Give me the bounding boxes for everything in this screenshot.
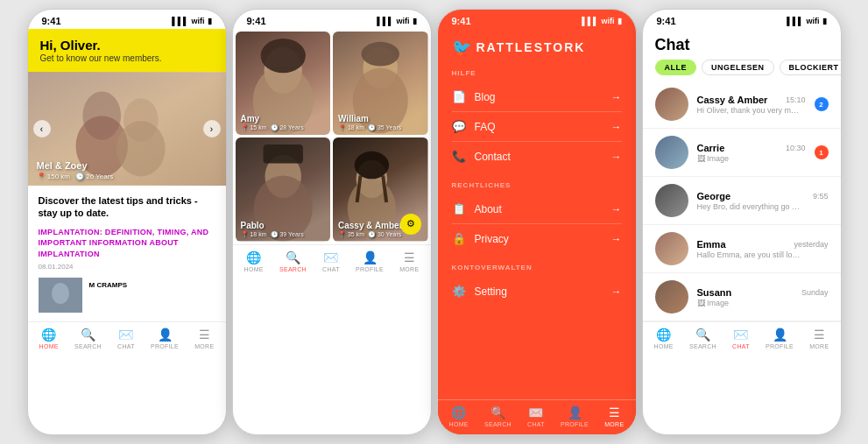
- filter-fab[interactable]: ⚙: [400, 214, 421, 235]
- nav-profile-4[interactable]: 👤 PROFILE: [766, 328, 794, 349]
- chat-filters: ALLE UNGELESEN BLOCKIERT: [655, 60, 829, 75]
- signal-icon-2: ▌▌▌: [377, 17, 393, 25]
- menu-blog[interactable]: 📄 Blog →: [452, 82, 622, 112]
- chat-item-george[interactable]: George 9:55 Hey Bro, did everything go w…: [643, 177, 841, 225]
- hero-image: ‹ › Mel & Zoey 📍 150 km 🕒 26 Years: [28, 72, 226, 186]
- greeting-text: Hi, Oliver.: [40, 38, 214, 53]
- nav-profile-label-4: PROFILE: [766, 343, 794, 349]
- bottom-nav-1: 🌐 HOME 🔍 SEARCH ✉️ CHAT 👤 PROFILE ☰ MORE: [28, 321, 226, 356]
- carrie-time: 10:30: [786, 144, 806, 152]
- chat-item-emma[interactable]: Emma yesterday Hallo Emma, are you still…: [643, 225, 841, 273]
- nav-more-4[interactable]: ☰ MORE: [809, 328, 829, 349]
- hero-overlay: Mel & Zoey 📍 150 km 🕒 26 Years: [37, 160, 114, 180]
- person-cassy[interactable]: Cassy & Amber 📍 35 km 🕒 30 Years ⚙: [333, 137, 428, 241]
- menu-faq[interactable]: 💬 FAQ →: [452, 112, 622, 142]
- nav-chat-2[interactable]: ✉️ CHAT: [322, 250, 340, 272]
- nav-profile-label-3: PROFILE: [561, 421, 589, 427]
- nav-home-label-4: HOME: [654, 343, 674, 349]
- search-icon-3: 🔍: [490, 405, 505, 419]
- pablo-meta: 📍 18 km 🕒 39 Years: [241, 231, 304, 238]
- konto-title: KONTOVERWALTEN: [452, 264, 622, 271]
- svg-point-22: [355, 152, 389, 180]
- hero-distance: 📍 150 km: [37, 173, 70, 180]
- george-preview: Hey Bro, did everything go well ...: [697, 202, 802, 211]
- george-chat-name: George: [697, 191, 731, 201]
- phone-more: 9:41 ▌▌▌ wifi ▮ 🐦 RATTLESTORK HILFE 📄 Bl…: [437, 9, 637, 435]
- blog-link[interactable]: IMPLANTATION: DEFINITION, TIMING, AND IM…: [39, 227, 215, 260]
- person-pablo[interactable]: Pablo 📍 18 km 🕒 39 Years: [236, 137, 331, 241]
- about-label: About: [475, 203, 502, 215]
- nav-profile-2[interactable]: 👤 PROFILE: [356, 250, 384, 272]
- amy-name: Amy: [241, 114, 304, 123]
- chat-item-susann[interactable]: Susann Sunday 🖼 Image: [643, 273, 841, 321]
- nav-home-2[interactable]: 🌐 HOME: [244, 250, 264, 272]
- nav-chat-1[interactable]: ✉️ CHAT: [117, 328, 135, 349]
- person-amy[interactable]: Amy 📍 15 km 🕒 28 Years: [236, 32, 331, 135]
- nav-home-4[interactable]: 🌐 HOME: [654, 328, 674, 349]
- nav-chat-3[interactable]: ✉️ CHAT: [527, 405, 545, 427]
- chat-info-carrie: Carrie 10:30 🖼 Image: [697, 143, 806, 163]
- wifi-icon-2: wifi: [397, 17, 410, 25]
- nav-search-label-3: SEARCH: [484, 421, 512, 427]
- avatar-george: [655, 184, 688, 217]
- menu-privacy[interactable]: 🔒 Privacy →: [452, 224, 622, 253]
- filter-alle[interactable]: ALLE: [655, 60, 697, 75]
- avatar-cassy: [655, 88, 688, 121]
- menu-section-recht: RECHTLICHES 📋 About → 🔒 Privacy →: [452, 181, 622, 253]
- nav-home-3[interactable]: 🌐 HOME: [449, 405, 469, 427]
- chat-item-carrie[interactable]: Carrie 10:30 🖼 Image 1: [643, 129, 841, 177]
- nav-profile-label-2: PROFILE: [356, 266, 384, 272]
- profile-icon-3: 👤: [568, 405, 582, 419]
- profile-icon: 👤: [158, 328, 173, 342]
- william-meta: 📍 18 km 🕒 35 Years: [338, 124, 401, 131]
- cassy-time: 15:10: [786, 95, 806, 104]
- nav-search-3[interactable]: 🔍 SEARCH: [484, 405, 512, 427]
- nav-search-label-2: SEARCH: [279, 266, 307, 272]
- pablo-info: Pablo 📍 18 km 🕒 39 Years: [241, 221, 304, 238]
- emma-preview: Hallo Emma, are you still looking?: [697, 250, 802, 259]
- pablo-name: Pablo: [241, 221, 304, 230]
- wifi-icon-4: wifi: [807, 17, 820, 25]
- nav-profile-3[interactable]: 👤 PROFILE: [561, 405, 589, 427]
- filter-ungelesen[interactable]: UNGELESEN: [702, 60, 774, 75]
- chat-list: Cassy & Amber 15:10 Hi Oliver, thank you…: [643, 81, 841, 321]
- emma-chat-name: Emma: [697, 239, 726, 250]
- setting-arrow: →: [611, 285, 622, 298]
- menu-section-konto: KONTOVERWALTEN ⚙️ Setting →: [452, 264, 622, 306]
- menu-setting[interactable]: ⚙️ Setting →: [452, 277, 622, 306]
- william-info: William 📍 18 km 🕒 35 Years: [338, 114, 401, 131]
- nav-chat-4[interactable]: ✉️ CHAT: [732, 328, 750, 349]
- nav-search-label-4: SEARCH: [689, 343, 716, 349]
- menu-contact[interactable]: 📞 Contact →: [452, 142, 622, 171]
- home-content: Hi, Oliver. Get to know our new members.: [28, 29, 226, 321]
- nav-more-3[interactable]: ☰ MORE: [604, 405, 624, 427]
- cramps-tag: M CRAMPS: [89, 281, 128, 289]
- susann-name-row: Susann Sunday: [697, 287, 829, 298]
- nav-home-1[interactable]: 🌐 HOME: [39, 328, 59, 349]
- about-arrow: →: [611, 203, 622, 215]
- hero-prev-button[interactable]: ‹: [33, 120, 51, 137]
- menu-about[interactable]: 📋 About →: [452, 194, 622, 224]
- svg-point-6: [52, 283, 69, 304]
- nav-profile-1[interactable]: 👤 PROFILE: [151, 328, 179, 349]
- carrie-badge: 1: [815, 145, 829, 159]
- person-william[interactable]: William 📍 18 km 🕒 35 Years: [333, 32, 428, 135]
- blog-label: Blog: [475, 91, 496, 103]
- nav-search-4[interactable]: 🔍 SEARCH: [689, 328, 716, 349]
- nav-more-label: MORE: [194, 343, 214, 349]
- filter-blockiert[interactable]: BLOCKIERT: [780, 60, 842, 75]
- status-icons-1: ▌▌▌ wifi ▮: [172, 17, 211, 25]
- nav-search-2[interactable]: 🔍 SEARCH: [279, 250, 307, 272]
- nav-more-1[interactable]: ☰ MORE: [194, 328, 214, 349]
- blog-icon: 📄: [452, 90, 466, 103]
- time-4: 9:41: [657, 16, 676, 26]
- subtitle-text: Get to know our new members.: [40, 53, 214, 63]
- nav-search-1[interactable]: 🔍 SEARCH: [74, 328, 102, 349]
- chat-item-cassy[interactable]: Cassy & Amber 15:10 Hi Oliver, thank you…: [643, 81, 841, 129]
- home-icon-3: 🌐: [451, 405, 466, 419]
- nav-more-2[interactable]: ☰ MORE: [399, 250, 419, 272]
- chat-title: Chat: [655, 36, 829, 54]
- hero-next-button[interactable]: ›: [203, 120, 221, 137]
- more-icon-2: ☰: [404, 250, 415, 264]
- nav-profile-label: PROFILE: [151, 343, 179, 349]
